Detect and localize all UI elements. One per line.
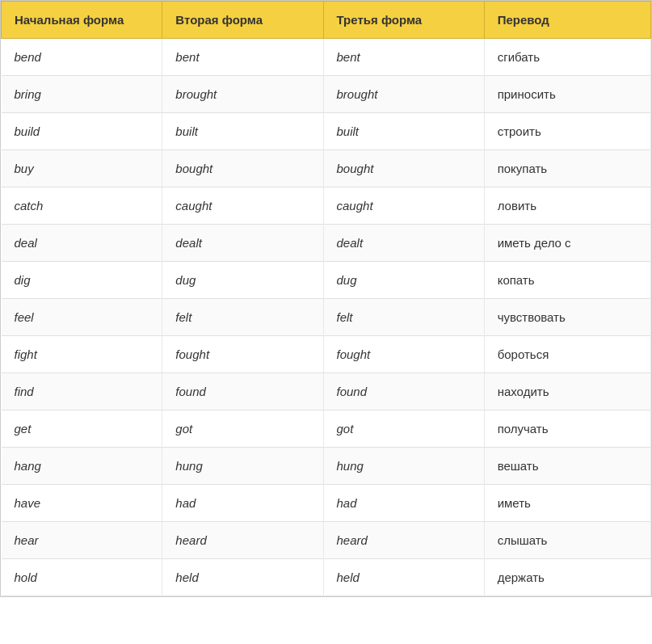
cell-form1: find [2,373,162,410]
cell-form3: hung [323,448,484,485]
cell-translation: копать [484,262,650,299]
cell-form3: heard [323,522,484,559]
table-row: dealdealtdealtиметь дело с [2,225,651,262]
main-table-container: Начальная форма Вторая форма Третья форм… [0,0,652,597]
cell-form1: catch [2,187,162,225]
cell-form2: dealt [162,225,323,262]
cell-translation: иметь дело с [484,225,650,262]
cell-form3: built [323,113,484,150]
cell-form2: bought [162,150,323,187]
cell-form3: dealt [323,225,484,262]
cell-form3: found [323,373,484,410]
table-row: catchcaughtcaughtловить [2,187,651,225]
cell-translation: ловить [484,187,650,225]
cell-form1: bend [2,39,162,76]
table-body: bendbentbentсгибатьbringbroughtbroughtпр… [2,39,651,596]
cell-translation: держать [484,559,650,596]
table-row: bendbentbentсгибать [2,39,651,76]
table-row: getgotgotполучать [2,410,651,448]
cell-form2: dug [162,262,323,299]
cell-translation: вешать [484,448,650,485]
cell-translation: покупать [484,150,650,187]
cell-form3: fought [323,336,484,373]
header-col3: Третья форма [323,2,484,39]
cell-translation: строить [484,113,650,150]
cell-translation: иметь [484,485,650,522]
table-row: digdugdugкопать [2,262,651,299]
cell-translation: слышать [484,522,650,559]
header-col4: Перевод [484,2,650,39]
cell-form3: felt [323,299,484,336]
cell-form1: get [2,410,162,448]
header-col1: Начальная форма [2,2,162,39]
cell-form3: dug [323,262,484,299]
table-row: havehadhadиметь [2,485,651,522]
cell-translation: получать [484,410,650,448]
cell-form3: bent [323,39,484,76]
cell-form3: got [323,410,484,448]
cell-form2: hung [162,448,323,485]
cell-form2: fought [162,336,323,373]
cell-form3: had [323,485,484,522]
cell-form1: hear [2,522,162,559]
cell-form2: brought [162,76,323,113]
cell-form1: bring [2,76,162,113]
cell-translation: чувствовать [484,299,650,336]
table-row: hearheardheardслышать [2,522,651,559]
table-row: feelfeltfeltчувствовать [2,299,651,336]
cell-form1: fight [2,336,162,373]
table-row: holdheldheldдержать [2,559,651,596]
table-row: buyboughtboughtпокупать [2,150,651,187]
irregular-verbs-table: Начальная форма Вторая форма Третья форм… [1,1,651,596]
table-row: buildbuiltbuiltстроить [2,113,651,150]
table-row: findfoundfoundнаходить [2,373,651,410]
cell-translation: бороться [484,336,650,373]
cell-form2: heard [162,522,323,559]
cell-form2: got [162,410,323,448]
cell-form2: had [162,485,323,522]
cell-form1: feel [2,299,162,336]
cell-form1: hang [2,448,162,485]
cell-form1: build [2,113,162,150]
cell-form1: buy [2,150,162,187]
cell-form2: held [162,559,323,596]
cell-form2: caught [162,187,323,225]
cell-form1: dig [2,262,162,299]
table-row: bringbroughtbroughtприносить [2,76,651,113]
cell-translation: сгибать [484,39,650,76]
cell-translation: находить [484,373,650,410]
cell-form1: have [2,485,162,522]
cell-form3: bought [323,150,484,187]
cell-form1: hold [2,559,162,596]
table-row: hanghunghungвешать [2,448,651,485]
cell-translation: приносить [484,76,650,113]
cell-form3: held [323,559,484,596]
cell-form2: felt [162,299,323,336]
table-row: fightfoughtfoughtбороться [2,336,651,373]
table-header-row: Начальная форма Вторая форма Третья форм… [2,2,651,39]
cell-form3: caught [323,187,484,225]
header-col2: Вторая форма [162,2,323,39]
cell-form2: built [162,113,323,150]
cell-form2: bent [162,39,323,76]
cell-form1: deal [2,225,162,262]
cell-form2: found [162,373,323,410]
cell-form3: brought [323,76,484,113]
